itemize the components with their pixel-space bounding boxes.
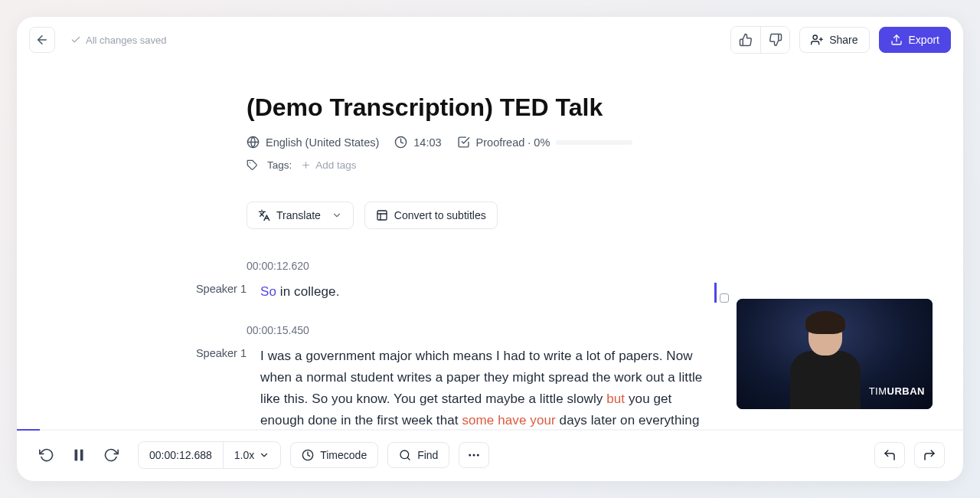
redo-icon <box>923 448 936 462</box>
playback-progress-track[interactable] <box>17 429 963 431</box>
forward-icon <box>103 447 119 463</box>
globe-icon <box>247 136 260 149</box>
app-window: All changes saved Share Export ( <box>17 17 963 481</box>
convert-subtitles-label: Convert to subtitles <box>394 209 486 221</box>
svg-rect-14 <box>75 450 78 461</box>
proofread-label: Proofread · 0% <box>476 136 550 149</box>
language-meta[interactable]: English (United States) <box>247 136 379 149</box>
pause-button[interactable] <box>67 444 90 467</box>
search-icon <box>399 449 411 461</box>
speaker-lastname: URBAN <box>887 385 925 397</box>
rewind-icon <box>39 447 54 463</box>
pause-icon <box>70 447 87 464</box>
duration-label: 14:03 <box>413 136 441 149</box>
transcript-segments: 00:00:12.620Speaker 1So in college.00:00… <box>247 260 703 429</box>
playback-cursor-marker <box>714 283 717 303</box>
translate-label: Translate <box>276 209 321 221</box>
export-label: Export <box>909 34 939 46</box>
text-run: some have your <box>462 413 555 428</box>
playbar-container: 00:00:12.688 1.0x Timecode Find <box>17 429 963 481</box>
user-plus-icon <box>811 34 823 46</box>
svg-rect-11 <box>377 211 387 220</box>
language-label: English (United States) <box>266 136 379 149</box>
more-button[interactable] <box>459 442 489 468</box>
plus-icon <box>301 160 311 170</box>
speed-value: 1.0x <box>234 449 254 461</box>
speed-selector[interactable]: 1.0x <box>223 442 280 468</box>
segment-text[interactable]: I was a government major which means I h… <box>260 346 703 429</box>
export-button[interactable]: Export <box>879 27 951 53</box>
add-tags-button[interactable]: Add tags <box>301 159 356 171</box>
find-button[interactable]: Find <box>387 442 449 468</box>
share-label: Share <box>829 34 858 46</box>
svg-rect-15 <box>80 450 83 461</box>
transcript-segment: 00:00:15.450Speaker 1I was a government … <box>247 324 703 429</box>
playback-progress-fill <box>17 429 40 431</box>
text-run: So <box>260 284 276 299</box>
text-run: days later on everything <box>556 413 700 428</box>
tags-label: Tags: <box>267 159 292 171</box>
share-button[interactable]: Share <box>799 27 869 53</box>
time-speed-group: 00:00:12.688 1.0x <box>138 441 281 469</box>
segment-time[interactable]: 00:00:12.620 <box>247 260 703 272</box>
rewind-button[interactable] <box>35 444 58 467</box>
check-icon <box>70 34 81 45</box>
video-caption: TIMURBAN <box>869 385 925 397</box>
thumbs-up-button[interactable] <box>731 27 760 53</box>
svg-point-19 <box>469 454 472 457</box>
segment-text[interactable]: So in college. <box>260 281 339 303</box>
undo-icon <box>883 448 897 462</box>
translate-button[interactable]: Translate <box>247 201 354 229</box>
document-title[interactable]: (Demo Transcription) TED Talk <box>247 93 703 122</box>
find-label: Find <box>417 449 438 461</box>
save-status: All changes saved <box>70 34 167 46</box>
save-status-label: All changes saved <box>86 34 167 46</box>
undo-button[interactable] <box>874 442 905 468</box>
duration-meta: 14:03 <box>394 136 441 149</box>
export-icon <box>890 34 903 46</box>
forward-button[interactable] <box>100 444 122 467</box>
tags-row: Tags: Add tags <box>247 159 703 171</box>
chevron-down-icon <box>259 450 270 460</box>
clock-icon <box>302 449 314 461</box>
segment-select-box[interactable] <box>720 293 729 303</box>
current-time-value: 00:00:12.688 <box>149 449 212 461</box>
segment-time[interactable]: 00:00:15.450 <box>247 324 703 336</box>
subtitles-icon <box>376 209 388 221</box>
action-row: Translate Convert to subtitles <box>247 201 703 229</box>
chevron-down-icon <box>332 210 342 221</box>
segment-speaker[interactable]: Speaker 1 <box>185 281 247 295</box>
vote-group <box>730 26 790 54</box>
tag-icon <box>247 159 258 171</box>
meta-row: English (United States) 14:03 Proofread … <box>247 136 703 149</box>
text-run: but <box>606 392 625 406</box>
add-tags-label: Add tags <box>315 159 356 171</box>
translate-icon <box>258 209 270 221</box>
proofread-meta: Proofread · 0% <box>457 136 633 149</box>
video-thumbnail[interactable]: TIMURBAN <box>737 299 933 409</box>
convert-subtitles-button[interactable]: Convert to subtitles <box>364 201 498 229</box>
thumbs-down-icon <box>769 33 782 47</box>
thumbs-up-icon <box>739 33 753 47</box>
clock-icon <box>394 136 407 149</box>
more-horizontal-icon <box>467 448 481 462</box>
svg-point-21 <box>477 454 479 457</box>
top-bar: All changes saved Share Export <box>17 17 963 63</box>
current-time-display[interactable]: 00:00:12.688 <box>139 442 223 468</box>
speaker-firstname: TIM <box>869 385 887 397</box>
back-button[interactable] <box>29 27 55 53</box>
timecode-button[interactable]: Timecode <box>290 442 378 468</box>
timecode-label: Timecode <box>320 449 367 461</box>
svg-line-18 <box>407 457 410 460</box>
playbar: 00:00:12.688 1.0x Timecode Find <box>17 431 963 481</box>
check-square-icon <box>457 136 470 149</box>
text-run: in college. <box>276 284 339 299</box>
proofread-progress <box>556 140 632 145</box>
thumbs-down-button[interactable] <box>760 27 789 53</box>
redo-button[interactable] <box>914 442 945 468</box>
svg-point-1 <box>813 35 817 39</box>
segment-speaker[interactable]: Speaker 1 <box>185 346 247 359</box>
transcript-segment: 00:00:12.620Speaker 1So in college. <box>247 260 703 303</box>
svg-point-20 <box>473 454 475 457</box>
